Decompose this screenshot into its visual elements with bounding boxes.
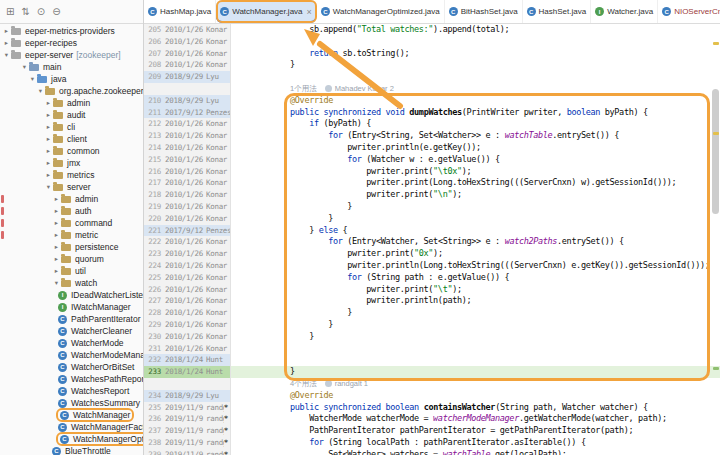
line-number[interactable]: 236 [144, 413, 161, 425]
tab-Watcher.java[interactable]: IWatcher.java [591, 0, 658, 23]
tree-item-WatcherOrBitSet[interactable]: CWatcherOrBitSet [0, 361, 143, 373]
inlay-author[interactable]: randgalt 1 [335, 379, 368, 388]
chevron-right-icon[interactable]: ▸ [52, 267, 61, 275]
line-number[interactable]: 215 [144, 154, 161, 166]
scrollbar-thumb[interactable] [712, 89, 719, 214]
tree-item-common[interactable]: ▸common [0, 145, 143, 157]
line-number[interactable]: 239 [144, 449, 161, 455]
chevron-right-icon[interactable]: ▸ [2, 27, 11, 35]
chevron-right-icon[interactable]: ▸ [52, 207, 61, 215]
chevron-right-icon[interactable]: ▸ [52, 219, 61, 227]
code-line-229[interactable]: 2292010/1/26Konar } [144, 319, 720, 331]
line-number[interactable]: 230 [144, 331, 161, 343]
line-number[interactable]: 208 [144, 59, 161, 71]
code-line-236[interactable]: 2362019/11/9randgalt* WatcherMode watche… [144, 413, 720, 425]
tree-item-command[interactable]: ▸command [0, 217, 143, 229]
tab-HashMap.java[interactable]: CHashMap.java [144, 0, 216, 23]
code-line-223[interactable]: 2232010/1/26Konar pwriter.print("0x"); [144, 248, 720, 260]
code-line-227[interactable]: 2272010/1/26Konar pwriter.println(path); [144, 295, 720, 307]
code-line-210[interactable]: 2102018/9/29Lyu @Override [144, 95, 720, 107]
code-line-235[interactable]: 2352019/11/9randgalt* public synchronize… [144, 402, 720, 414]
tab-WatchManager.java[interactable]: CWatchManager.java× [216, 0, 317, 23]
tree-item-WatcherMode[interactable]: CWatcherMode [0, 337, 143, 349]
code-line-218[interactable]: 2182010/1/26Konar pwriter.print("\n"); [144, 189, 720, 201]
line-number[interactable]: 234 [144, 390, 161, 402]
chevron-right-icon[interactable]: ▸ [52, 255, 61, 263]
code-line-214[interactable]: 2142010/1/26Konar pwriter.println(e.getK… [144, 142, 720, 154]
line-number[interactable]: 218 [144, 189, 161, 201]
code-line-213[interactable]: 2132010/1/26Konar for (Entry<String, Set… [144, 130, 720, 142]
code-line-232[interactable]: 2322018/1/24Hunt [144, 354, 720, 366]
tree-item-WatcherCleaner[interactable]: CWatcherCleaner [0, 325, 143, 337]
line-number[interactable]: 224 [144, 260, 161, 272]
code-line-226[interactable]: 2262010/1/26Konar pwriter.print("\t"); [144, 284, 720, 296]
line-number[interactable]: 214 [144, 142, 161, 154]
line-number[interactable]: 222 [144, 236, 161, 248]
line-number[interactable]: 205 [144, 24, 161, 36]
code-line-205[interactable]: 2052010/1/26Konar sb.append("Total watch… [144, 24, 720, 36]
tree-item-jmx[interactable]: ▸jmx [0, 157, 143, 169]
tree-item-quorum[interactable]: ▸quorum [0, 253, 143, 265]
tree-item-IWatchManager[interactable]: IIWatchManager [0, 301, 143, 313]
line-number[interactable]: 221 [144, 225, 161, 237]
chevron-right-icon[interactable]: ▸ [2, 39, 11, 47]
line-number[interactable]: 235 [144, 402, 161, 414]
inlay-author[interactable]: Mahadev Konar 2 [335, 84, 394, 93]
tree-item-java[interactable]: ▾java [0, 73, 143, 85]
tab-BitHashSet.java[interactable]: CBitHashSet.java [445, 0, 523, 23]
code-line-217[interactable]: 2172010/1/26Konar pwriter.print(Long.toH… [144, 177, 720, 189]
line-number[interactable]: 226 [144, 284, 161, 296]
chevron-down-icon[interactable]: ▾ [28, 75, 37, 83]
error-stripe-mark[interactable] [713, 42, 719, 45]
tree-item-eeper-recipes[interactable]: ▸eeper-recipes [0, 37, 143, 49]
line-number[interactable]: 231 [144, 343, 161, 355]
chevron-right-icon[interactable]: ▸ [44, 135, 53, 143]
code-line-209[interactable]: 2092018/9/29Lyu [144, 71, 720, 83]
line-number[interactable]: 229 [144, 319, 161, 331]
chevron-down-icon[interactable]: ▾ [52, 279, 61, 287]
code-line-220[interactable]: 2202010/1/26Konar } [144, 213, 720, 225]
line-number[interactable]: 233 [144, 366, 161, 378]
code-line-224[interactable]: 2242010/1/26Konar pwriter.println(Long.t… [144, 260, 720, 272]
chevron-right-icon[interactable]: ▸ [52, 243, 61, 251]
line-number[interactable]: 206 [144, 36, 161, 48]
line-number[interactable]: 232 [144, 354, 161, 366]
close-icon[interactable]: × [307, 7, 312, 17]
code-line-238[interactable]: 2382019/11/9randgalt* for (String localP… [144, 437, 720, 449]
line-number[interactable]: 217 [144, 177, 161, 189]
tree-item-util[interactable]: ▸util [0, 265, 143, 277]
tree-item-WatchesPathReport[interactable]: CWatchesPathReport [0, 373, 143, 385]
tab-WatchManagerOptimized.java[interactable]: CWatchManagerOptimized.java [317, 0, 445, 23]
line-number[interactable]: 228 [144, 307, 161, 319]
line-number[interactable]: 209 [144, 71, 161, 83]
chevron-right-icon[interactable]: ▸ [44, 159, 53, 167]
code-line-239[interactable]: 2392019/11/9randgalt* Set<Watcher> watch… [144, 449, 720, 455]
line-number[interactable]: 220 [144, 213, 161, 225]
tree-item-server[interactable]: ▾server [0, 181, 143, 193]
error-stripe-mark[interactable] [713, 132, 719, 135]
tree-item-watch[interactable]: ▾watch [0, 277, 143, 289]
collapse-all-icon[interactable]: ⊖ [52, 7, 60, 17]
code-line-219[interactable]: 2192010/1/26Konar } [144, 201, 720, 213]
usage-inlay-row[interactable]: 1个用法Mahadev Konar 2 [144, 83, 720, 95]
tree-item-admin[interactable]: ▸admin [0, 97, 143, 109]
chevron-right-icon[interactable]: ▸ [52, 195, 61, 203]
code-line-221[interactable]: 2212017/9/12Penzes } else { [144, 225, 720, 237]
chevron-down-icon[interactable]: ▾ [36, 87, 45, 95]
code-line-225[interactable]: 2252010/1/26Konar for (String path : e.g… [144, 272, 720, 284]
code-line-234[interactable]: 2342018/9/29Lyu @Override [144, 390, 720, 402]
code-line-207[interactable]: 2072010/1/26Konar return sb.toString(); [144, 48, 720, 60]
tree-item-eeper-metrics-providers[interactable]: ▸eeper-metrics-providers [0, 25, 143, 37]
line-number[interactable]: 212 [144, 118, 161, 130]
locate-file-icon[interactable]: ⊙ [37, 7, 45, 17]
code-line-215[interactable]: 2152010/1/26Konar for (Watcher w : e.get… [144, 154, 720, 166]
code-line-230[interactable]: 2302010/1/26Konar } [144, 331, 720, 343]
code-line-208[interactable]: 2082010/1/26Konar } [144, 59, 720, 71]
tree-item-WatchManagerFactory[interactable]: CWatchManagerFactory [0, 421, 143, 433]
line-number[interactable]: 213 [144, 130, 161, 142]
tree-item-metrics[interactable]: ▸metrics [0, 169, 143, 181]
line-number[interactable]: 225 [144, 272, 161, 284]
tree-item-WatchesSummary[interactable]: CWatchesSummary [0, 397, 143, 409]
chevron-right-icon[interactable]: ▸ [44, 123, 53, 131]
tree-item-PathParentIterator[interactable]: CPathParentIterator [0, 313, 143, 325]
